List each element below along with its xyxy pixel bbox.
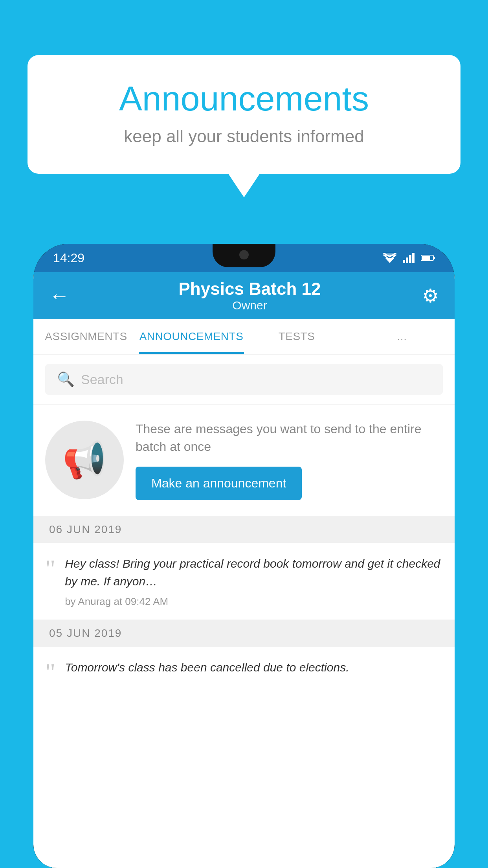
svg-marker-0 [385,258,394,263]
svg-rect-9 [422,256,430,260]
camera-dot [239,250,249,259]
tabs-bar: ASSIGNMENTS ANNOUNCEMENTS TESTS ... [33,319,455,355]
speech-bubble-tail [228,174,260,197]
phone-frame: 14:29 [33,244,455,868]
megaphone-icon: 📢 [62,440,106,481]
phone-notch [213,244,275,267]
app-bar-title: Physics Batch 12 [77,279,422,299]
svg-rect-8 [433,257,435,259]
app-bar: ← Physics Batch 12 Owner ⚙ [33,272,455,319]
svg-marker-1 [384,255,396,260]
announcement-content-1: Hey class! Bring your practical record b… [65,555,443,608]
announcement-content-2: Tomorrow's class has been cancelled due … [65,658,443,682]
status-time: 14:29 [53,251,84,265]
search-bar-container: 🔍 Search [33,355,455,405]
wifi-icon [383,253,396,263]
search-placeholder: Search [81,372,123,387]
promo-description: These are messages you want to send to t… [136,420,443,456]
search-input-container[interactable]: 🔍 Search [45,364,443,395]
speech-bubble-subtitle: keep all your students informed [59,127,429,146]
announcement-item-2[interactable]: " Tomorrow's class has been cancelled du… [33,647,455,697]
settings-icon[interactable]: ⚙ [422,285,439,307]
announcement-text-1: Hey class! Bring your practical record b… [65,555,443,590]
make-announcement-button[interactable]: Make an announcement [136,467,302,500]
speech-bubble-title: Announcements [59,79,429,119]
svg-rect-5 [409,255,411,263]
svg-rect-4 [406,257,408,263]
search-icon: 🔍 [57,371,75,388]
promo-section: 📢 These are messages you want to send to… [33,405,455,516]
promo-right: These are messages you want to send to t… [136,420,443,500]
signal-icon [403,253,415,263]
date-separator-2: 05 JUN 2019 [33,620,455,647]
app-bar-title-group: Physics Batch 12 Owner [77,279,422,312]
tab-tests[interactable]: TESTS [244,319,349,354]
status-icons [383,253,435,263]
announcement-meta-1: by Anurag at 09:42 AM [65,596,443,608]
announcement-item-1[interactable]: " Hey class! Bring your practical record… [33,543,455,620]
phone-screen: ← Physics Batch 12 Owner ⚙ ASSIGNMENTS A… [33,272,455,868]
battery-icon [421,254,435,262]
tab-more[interactable]: ... [349,319,455,354]
tab-announcements[interactable]: ANNOUNCEMENTS [139,319,244,354]
speech-bubble-section: Announcements keep all your students inf… [28,55,460,197]
date-separator-1: 06 JUN 2019 [33,516,455,543]
speech-bubble-card: Announcements keep all your students inf… [28,55,460,174]
app-bar-subtitle: Owner [77,299,422,312]
quote-icon-1: " [45,556,55,581]
phone-inner: 14:29 [33,244,455,868]
quote-icon-2: " [45,660,55,685]
svg-rect-6 [412,253,415,263]
promo-icon-circle: 📢 [45,421,124,499]
announcement-text-2: Tomorrow's class has been cancelled due … [65,658,443,676]
svg-rect-3 [403,260,405,263]
tab-assignments[interactable]: ASSIGNMENTS [33,319,139,354]
back-button[interactable]: ← [49,284,70,307]
